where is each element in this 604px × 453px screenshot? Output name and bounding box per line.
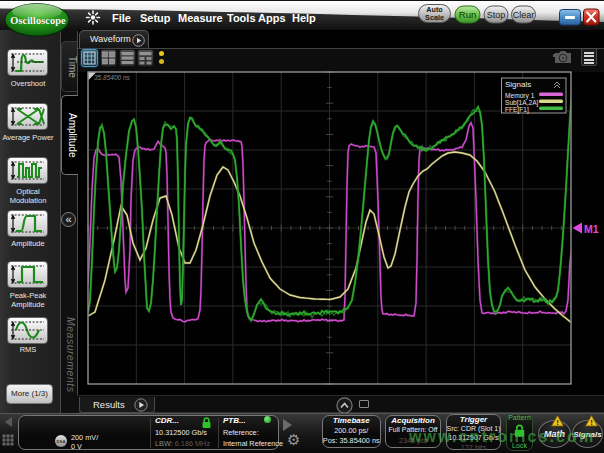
- svg-text:File: File: [112, 12, 131, 24]
- svg-text:Scale: Scale: [425, 13, 444, 22]
- svg-text:!: !: [556, 418, 559, 427]
- svg-text:FFE[F1]: FFE[F1]: [505, 106, 529, 114]
- svg-text:Signals: Signals: [505, 80, 531, 89]
- svg-text:Tools: Tools: [227, 12, 256, 24]
- svg-text:!: !: [590, 418, 593, 427]
- svg-text:M1: M1: [584, 223, 599, 235]
- svg-text:Clear: Clear: [513, 10, 535, 20]
- svg-text:Measure: Measure: [178, 12, 223, 24]
- svg-text:Stop: Stop: [487, 10, 506, 20]
- svg-text:Run: Run: [459, 9, 476, 20]
- svg-text:Apps: Apps: [258, 12, 286, 24]
- svg-text:Oscilloscope: Oscilloscope: [10, 15, 66, 26]
- svg-text:Setup: Setup: [140, 12, 171, 24]
- svg-text:35.85400 ns: 35.85400 ns: [94, 74, 131, 81]
- svg-text:Help: Help: [292, 12, 316, 24]
